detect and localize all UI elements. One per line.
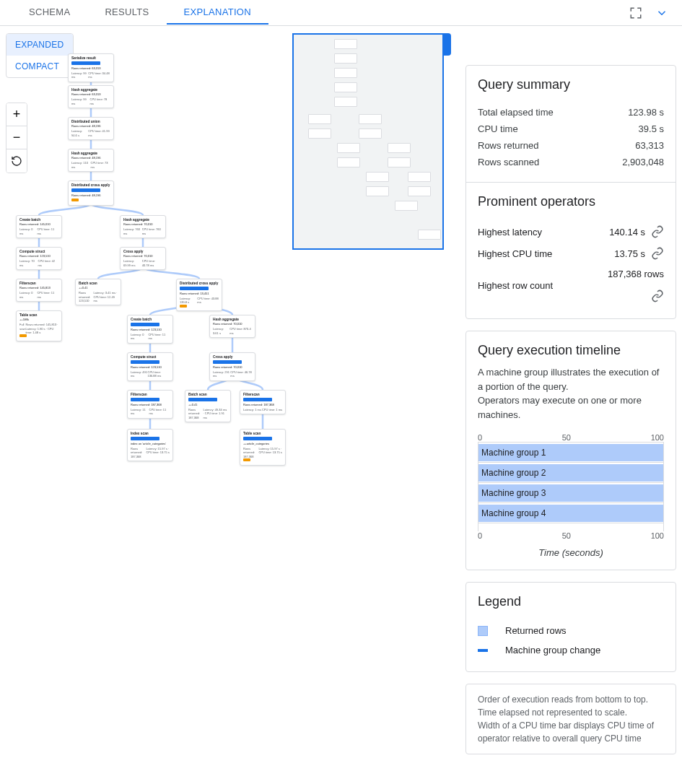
link-icon[interactable] bbox=[651, 225, 664, 238]
kv-total-elapsed: Total elapsed time123.98 s bbox=[478, 104, 664, 121]
plan-node[interactable]: Hash aggregateRows returned: 70,010Laten… bbox=[120, 215, 166, 238]
plan-node[interactable]: Table scan++article_categoriesRows retur… bbox=[240, 429, 286, 466]
legend-machine-change: Machine group change bbox=[478, 640, 664, 660]
link-icon[interactable] bbox=[651, 289, 664, 302]
minimap[interactable] bbox=[292, 33, 444, 250]
timeline-title: Query execution timeline bbox=[478, 343, 664, 358]
plan-node[interactable]: Distributed unionRows returned: 48,196La… bbox=[68, 117, 114, 140]
plan-node[interactable]: Serialize resultRows returned: 63,313Lat… bbox=[68, 53, 114, 82]
query-summary-title: Query summary bbox=[478, 77, 664, 92]
op-highest-rows: Highest row count 187,368 rows bbox=[478, 264, 664, 307]
plan-node[interactable]: Batch scan++0.41Rows returned: 123,510La… bbox=[75, 279, 121, 305]
plan-node[interactable]: FilterscanRows returned: 145,813Latency:… bbox=[16, 279, 62, 302]
plan-node[interactable]: Cross applyRows returned: 70,010Latency:… bbox=[120, 247, 166, 270]
plan-node[interactable]: FilterscanRows returned: 187,368Latency:… bbox=[127, 390, 173, 419]
side-panel: Query summary Total elapsed time123.98 s… bbox=[460, 26, 682, 784]
plan-node[interactable]: Distributed cross applyRows returned: 48… bbox=[68, 180, 114, 206]
link-icon[interactable] bbox=[651, 247, 664, 260]
query-plan-canvas[interactable]: EXPANDED COMPACT + − DOWNLOAD JSON bbox=[0, 26, 460, 784]
tab-explanation[interactable]: EXPLANATION bbox=[167, 1, 268, 25]
plan-node[interactable]: Hash aggregateRows returned: 48,196Laten… bbox=[68, 149, 114, 172]
legend-card: Legend Returned rows Machine group chang… bbox=[465, 582, 676, 672]
op-highest-cpu: Highest CPU time 13.75 s bbox=[478, 243, 664, 264]
plan-node[interactable]: Create batchRows returned: 123,510Latenc… bbox=[127, 315, 173, 344]
chevron-down-icon[interactable] bbox=[653, 4, 670, 22]
plan-node[interactable]: Compute structRows returned: 123,510Late… bbox=[127, 352, 173, 381]
plan-node[interactable]: Hash aggregateRows returned: 70,010Laten… bbox=[209, 315, 255, 338]
legend-title: Legend bbox=[478, 594, 664, 609]
op-highest-latency: Highest latency 140.14 s bbox=[478, 221, 664, 243]
kv-rows-scanned: Rows scanned2,903,048 bbox=[478, 154, 664, 170]
notes-card: Order of execution reads from bottom to … bbox=[465, 684, 676, 754]
plan-node[interactable]: Distributed cross applyRows returned: 13… bbox=[176, 279, 222, 311]
timeline-xlabel: Time (seconds) bbox=[478, 547, 664, 558]
plan-node[interactable]: Create batchRows returned: 145,010Latenc… bbox=[16, 215, 62, 238]
fullscreen-icon[interactable] bbox=[627, 4, 644, 22]
legend-swatch-solid bbox=[478, 626, 488, 636]
header: SCHEMA RESULTS EXPLANATION bbox=[0, 0, 682, 26]
plan-node[interactable]: Hash aggregateRows returned: 63,313Laten… bbox=[68, 85, 114, 108]
legend-returned-rows: Returned rows bbox=[478, 621, 664, 640]
tabs: SCHEMA RESULTS EXPLANATION bbox=[12, 1, 268, 25]
kv-rows-returned: Rows returned63,313 bbox=[478, 137, 664, 154]
plan-node[interactable]: Table scan++599kFull scanRows returned: … bbox=[16, 310, 62, 341]
plan-node[interactable]: Batch scan++0.41Rows returned: 187,368La… bbox=[185, 390, 231, 422]
timeline-chart: 0 50 100 Machine group 1 Machine group 2… bbox=[478, 433, 664, 558]
tab-schema[interactable]: SCHEMA bbox=[12, 1, 87, 25]
timeline-bars: Machine group 1 Machine group 2 Machine … bbox=[478, 442, 664, 531]
kv-cpu-time: CPU time39.5 s bbox=[478, 121, 664, 137]
legend-swatch-border bbox=[478, 649, 488, 652]
plan-node[interactable]: Compute structRows returned: 123,510Late… bbox=[16, 247, 62, 270]
query-summary-card: Query summary Total elapsed time123.98 s… bbox=[465, 65, 676, 319]
timeline-card: Query execution timeline A machine group… bbox=[465, 331, 676, 570]
tab-results[interactable]: RESULTS bbox=[87, 1, 166, 25]
prominent-operators-title: Prominent operators bbox=[478, 194, 664, 209]
plan-tree[interactable]: Serialize resultRows returned: 63,313Lat… bbox=[10, 33, 299, 466]
plan-node[interactable]: Cross applyRows returned: 70,010Latency:… bbox=[209, 352, 255, 381]
plan-node[interactable]: Index scanindex on 'article_categories'R… bbox=[127, 429, 173, 461]
timeline-desc: A machine group illustrates the executio… bbox=[478, 365, 664, 422]
plan-node[interactable]: FilterscanRows returned: 187,368Latency:… bbox=[240, 390, 286, 414]
